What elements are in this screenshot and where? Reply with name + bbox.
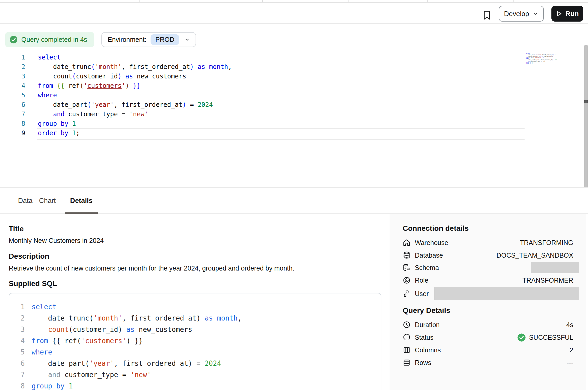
spinner-icon [403,333,411,341]
line-number: 1 [0,53,25,62]
code-text: order by 1; [38,128,80,138]
tab-details-label: Details [70,197,92,205]
title-value: Monthly New Customers in 2024 [9,237,104,244]
connection-details-heading: Connection details [403,224,469,233]
code-line: 7 and customer_type = 'new' [9,369,381,381]
supplied-sql-heading: Supplied SQL [9,279,57,288]
user-label: User [415,290,429,298]
tab-divider [513,0,514,2]
line-number: 2 [9,313,25,324]
duration-label-group: Duration [403,321,440,329]
tab-chart[interactable]: Chart [33,188,62,214]
status-row: Status SUCCESSFUL [403,332,579,343]
columns-label-group: Columns [403,346,441,354]
status-value-group: SUCCESSFUL [517,333,579,342]
code-text: from {{ ref('customers') }} [38,81,141,91]
tab-divider [427,0,428,2]
code-line: 6 date_part('year', first_ordered_at) = … [0,100,525,109]
schema-label: Schema [415,264,439,272]
warehouse-label-group: Warehouse [403,239,448,247]
code-line: 5where [0,91,525,100]
code-line: 4from {{ ref('customers') }} [0,81,525,91]
code-line: 7 and customer_type = 'new' [0,109,525,119]
code-line: 8group by 1 [0,119,525,128]
database-row: Database DOCS_TEAM_SANDBOX [403,249,579,261]
chevron-down-icon [533,11,539,17]
environment-selector[interactable]: Environment: PROD [101,32,196,47]
top-tabstrip [0,0,588,3]
results-tabbar: Data Chart Details [0,187,588,214]
user-row: User [403,287,579,300]
line-number: 6 [0,100,25,109]
role-label: Role [415,277,428,284]
chevron-down-icon [185,37,190,42]
schema-value-redacted [531,262,579,273]
environment-label: Environment: [108,36,146,43]
editor-minimap[interactable]: select date_trunc('month', first_ordered… [526,53,557,64]
rows-row: Rows --- [403,357,579,368]
columns-row: Columns 2 [403,344,579,356]
rows-label: Rows [415,359,431,367]
bookmark-icon[interactable] [481,9,493,21]
warehouse-label: Warehouse [415,239,448,247]
sql-editor[interactable]: 1select2 date_trunc('month', first_order… [0,53,525,138]
role-label-group: Role [403,276,428,284]
code-line: 2 date_trunc('month', first_ordered_at) … [9,313,381,324]
code-line: 1select [0,53,525,62]
play-icon [556,11,562,17]
code-text: and customer_type = 'new' [38,109,148,119]
description-value: Retrieve the count of new customers per … [9,264,294,272]
warehouse-icon [403,239,411,247]
code-line: order by 1; [526,63,557,64]
tab-details[interactable]: Details [65,188,98,214]
code-line: 1select [9,301,381,313]
line-number: 8 [0,119,25,128]
line-number: 7 [0,109,25,119]
duration-label: Duration [415,321,440,329]
code-text: group by 1 [32,381,73,390]
clock-icon [403,321,411,329]
user-value-redacted [434,287,579,300]
code-text: count(customer_id) as new_customers [32,324,192,335]
develop-dropdown-button[interactable]: Develop [499,6,544,22]
details-side-panel: Connection details Warehouse TRANSFORMIN… [390,214,586,390]
query-details-heading: Query Details [403,306,450,315]
tab-data-label: Data [18,197,33,205]
database-label-group: Database [403,251,443,259]
run-button[interactable]: Run [551,6,583,22]
code-line: 5where [9,347,381,358]
scrollbar-thumb[interactable] [584,45,588,196]
line-number: 6 [9,358,25,369]
line-number: 2 [0,62,25,72]
line-number: 7 [9,369,25,381]
check-circle-icon [9,36,18,44]
role-value: TRANSFORMER [522,277,579,284]
develop-label: Develop [504,10,529,18]
code-text: date_trunc('month', first_ordered_at) as… [38,62,232,72]
code-text: date_trunc('month', first_ordered_at) as… [32,313,242,324]
tab-divider [139,0,140,2]
schema-label-group: Schema [403,264,439,272]
query-status-text: Query completed in 4s [21,36,87,43]
line-number: 3 [9,324,25,335]
supplied-sql-codeblock: 1select2 date_trunc('month', first_order… [9,293,381,390]
code-line: 6 date_part('year', first_ordered_at) = … [9,358,381,369]
warehouse-value: TRANSFORMING [520,239,579,247]
line-number: 8 [9,381,25,390]
environment-value-pill: PROD [151,34,179,45]
code-text: date_part('year', first_ordered_at) = 20… [32,358,221,369]
rows-label-group: Rows [403,359,431,367]
line-number: 5 [9,347,25,358]
duration-value: 4s [566,321,579,329]
columns-label: Columns [415,346,441,354]
line-number: 3 [0,72,25,81]
tab-divider [54,0,54,2]
status-label-group: Status [403,333,433,341]
user-label-group: User [403,290,429,298]
role-icon [403,276,411,284]
database-icon [403,251,411,259]
database-value: DOCS_TEAM_SANDBOX [496,252,579,259]
tab-divider [348,0,348,2]
code-text: where [32,347,52,358]
line-number: 5 [0,91,25,100]
